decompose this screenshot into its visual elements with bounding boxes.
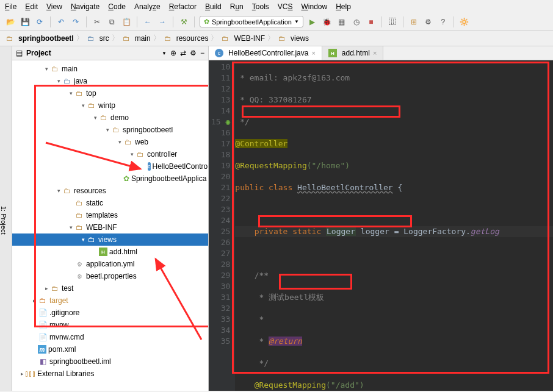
bc-src[interactable]: 🗀src bbox=[86, 34, 109, 43]
save-icon[interactable]: 💾 bbox=[20, 16, 31, 27]
collapse-icon[interactable]: ⇄ bbox=[180, 49, 186, 57]
editor-tabs: c HelloBeetlController.java × H add.html… bbox=[209, 46, 553, 60]
menu-refactor[interactable]: Refactor bbox=[169, 2, 197, 11]
tree-static[interactable]: 🗀static bbox=[12, 197, 208, 209]
menu-run[interactable]: Run bbox=[230, 2, 244, 11]
menu-build[interactable]: Build bbox=[205, 2, 222, 11]
copy-icon[interactable]: ⧉ bbox=[106, 16, 117, 27]
tree-web[interactable]: ▾🗀web bbox=[12, 136, 208, 148]
sync-icon[interactable]: ⟳ bbox=[34, 16, 45, 27]
close-icon[interactable]: × bbox=[311, 49, 315, 57]
run-config-label: SpringbootbeetlApplication bbox=[212, 18, 292, 26]
bc-webinf[interactable]: 🗀WEB-INF bbox=[220, 34, 265, 43]
back-icon[interactable]: ← bbox=[142, 16, 153, 27]
bc-views[interactable]: 🗀views bbox=[277, 34, 309, 43]
run-icon[interactable]: ▶ bbox=[307, 16, 318, 27]
open-icon[interactable]: 📂 bbox=[5, 16, 16, 27]
menu-view[interactable]: View bbox=[46, 2, 62, 11]
settings-icon[interactable]: ⚙ bbox=[423, 16, 434, 27]
locate-icon[interactable]: ⊕ bbox=[170, 49, 176, 57]
bc-root[interactable]: 🗀springbootbeetl bbox=[5, 34, 74, 43]
tree-resources[interactable]: ▾🗀resources bbox=[12, 185, 208, 197]
tree-pom[interactable]: mpom.xml bbox=[12, 343, 208, 355]
spring-icon: ✿ bbox=[204, 18, 209, 26]
project-icon: ▤ bbox=[16, 49, 23, 57]
tree-hello-controller[interactable]: cHelloBeetlContro bbox=[12, 160, 208, 173]
debug-icon[interactable]: 🐞 bbox=[322, 16, 333, 27]
sidebar-tab-project[interactable]: 1: Project bbox=[0, 46, 12, 391]
tree-views[interactable]: ▾🗀views bbox=[12, 233, 208, 246]
tree-main[interactable]: ▾🗀main bbox=[12, 63, 208, 75]
tree-application-yml[interactable]: ⚙application.yml bbox=[12, 258, 208, 270]
close-icon[interactable]: × bbox=[373, 49, 377, 57]
menu-vcs[interactable]: VCS bbox=[278, 2, 293, 11]
tree-mvnw[interactable]: 📄mvnw bbox=[12, 319, 208, 331]
menu-file[interactable]: File bbox=[5, 2, 16, 11]
undo-icon[interactable]: ↶ bbox=[56, 16, 67, 27]
chevron-down-icon: ▼ bbox=[294, 19, 299, 24]
toolbar: 📂 💾 ⟳ ↶ ↷ ✂ ⧉ 📋 ← → ⚒ ✿ SpringbootbeetlA… bbox=[0, 13, 553, 30]
tree-iml[interactable]: ◧springbootbeetl.iml bbox=[12, 355, 208, 368]
code-body[interactable]: * email: apk2sf@163.com * QQ: 337081267 … bbox=[235, 60, 553, 391]
gear-icon[interactable]: ⚙ bbox=[190, 49, 197, 57]
menu-tools[interactable]: Tools bbox=[252, 2, 269, 11]
tree-gitignore[interactable]: 📄.gitignore bbox=[12, 307, 208, 319]
tree-external-libs[interactable]: ▸⫿⫿⫿External Libraries bbox=[12, 368, 208, 380]
tree-add-html[interactable]: Hadd.html bbox=[12, 246, 208, 258]
html-icon: H bbox=[328, 49, 337, 57]
breadcrumb: 🗀springbootbeetl 〉 🗀src 〉 🗀main 〉 🗀resou… bbox=[0, 30, 553, 46]
menu-code[interactable]: Code bbox=[108, 2, 126, 11]
project-panel: ▤ Project ▼ ⊕ ⇄ ⚙ − ▾🗀main ▾🗀java ▾🗀top … bbox=[12, 46, 209, 391]
project-tree[interactable]: ▾🗀main ▾🗀java ▾🗀top ▾🗀wintp ▾🗀demo ▾🗀spr… bbox=[12, 60, 208, 391]
menu-help[interactable]: Help bbox=[336, 2, 351, 11]
menu-navigate[interactable]: Navigate bbox=[71, 2, 99, 11]
tree-beetl-properties[interactable]: ⚙beetl.properties bbox=[12, 270, 208, 282]
profile-icon[interactable]: ◷ bbox=[351, 16, 362, 27]
tab-label: add.html bbox=[342, 49, 370, 57]
bc-main[interactable]: 🗀main bbox=[121, 34, 151, 43]
tree-wintp[interactable]: ▾🗀wintp bbox=[12, 99, 208, 112]
tab-label: HelloBeetlController.java bbox=[228, 49, 308, 57]
tree-springbootbeetl[interactable]: ▾🗀springbootbeetl bbox=[12, 124, 208, 136]
build-icon[interactable]: ⚒ bbox=[178, 16, 189, 27]
tree-java[interactable]: ▾🗀java bbox=[12, 75, 208, 87]
tree-demo[interactable]: ▾🗀demo bbox=[12, 112, 208, 124]
tree-top[interactable]: ▾🗀top bbox=[12, 87, 208, 99]
vcs-icon[interactable]: ⿲ bbox=[387, 16, 398, 27]
panel-title: Project bbox=[26, 49, 158, 57]
menu-window[interactable]: Window bbox=[301, 2, 327, 11]
java-icon: c bbox=[215, 49, 223, 57]
tree-sb-application[interactable]: ✿SpringbootbeetlApplica bbox=[12, 173, 208, 185]
tab-hello-controller[interactable]: c HelloBeetlController.java × bbox=[209, 46, 322, 60]
tree-templates[interactable]: 🗀templates bbox=[12, 209, 208, 221]
run-config-select[interactable]: ✿ SpringbootbeetlApplication ▼ bbox=[200, 16, 303, 27]
code-editor[interactable]: 101112131415 ◉16171819202122232425262728… bbox=[209, 60, 553, 391]
tree-mvnw-cmd[interactable]: 📄mvnw.cmd bbox=[12, 331, 208, 343]
tree-target[interactable]: ▸🗀target bbox=[12, 294, 208, 307]
panel-header: ▤ Project ▼ ⊕ ⇄ ⚙ − bbox=[12, 46, 208, 60]
cut-icon[interactable]: ✂ bbox=[92, 16, 103, 27]
tree-webinf[interactable]: ▾🗀WEB-INF bbox=[12, 221, 208, 233]
stop-icon[interactable]: ■ bbox=[366, 16, 377, 27]
tree-test[interactable]: ▸🗀test bbox=[12, 282, 208, 294]
coverage-icon[interactable]: ▦ bbox=[336, 16, 347, 27]
sdk-icon[interactable]: ? bbox=[438, 16, 449, 27]
search-icon[interactable]: 🔆 bbox=[459, 16, 470, 27]
chevron-down-icon[interactable]: ▼ bbox=[162, 51, 167, 56]
editor-area: c HelloBeetlController.java × H add.html… bbox=[209, 46, 553, 391]
redo-icon[interactable]: ↷ bbox=[70, 16, 81, 27]
forward-icon[interactable]: → bbox=[157, 16, 168, 27]
tab-add-html[interactable]: H add.html × bbox=[322, 46, 383, 60]
tree-controller[interactable]: ▾🗀controller bbox=[12, 148, 208, 160]
bc-resources[interactable]: 🗀resources bbox=[163, 34, 209, 43]
paste-icon[interactable]: 📋 bbox=[121, 16, 132, 27]
hide-icon[interactable]: − bbox=[200, 49, 204, 57]
structure-icon[interactable]: ⊞ bbox=[408, 16, 419, 27]
menu-edit[interactable]: Edit bbox=[25, 2, 38, 11]
gutter: 101112131415 ◉16171819202122232425262728… bbox=[209, 60, 235, 391]
menu-analyze[interactable]: Analyze bbox=[134, 2, 161, 11]
menu-bar: File Edit View Navigate Code Analyze Ref… bbox=[0, 0, 553, 13]
